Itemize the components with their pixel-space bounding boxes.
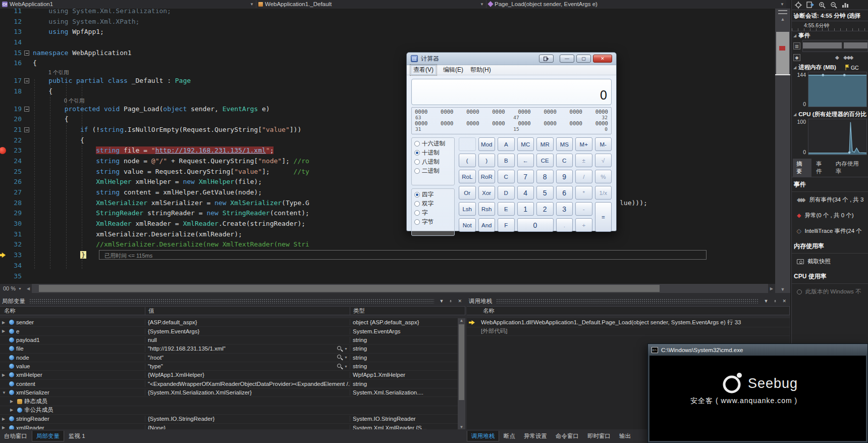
scrollbar-thumb[interactable] [459,324,464,400]
expand-icon[interactable]: ▶ [2,373,7,377]
code-line[interactable]: 20 { [0,114,775,125]
calc-button-±[interactable]: ± [575,154,592,167]
radio-option[interactable]: 二进制 [414,167,452,175]
expand-icon[interactable]: ▶ [2,417,7,421]
calc-button-E[interactable]: E [498,202,515,216]
code-editor[interactable]: 11 using System.Xml.Serialization;12 usi… [0,9,775,293]
locals-row[interactable]: ▶e{System.EventArgs}System.EventArgs [0,327,465,335]
close-icon[interactable]: ✕ [781,299,788,304]
tab-监视 1[interactable]: 监视 1 [65,431,89,441]
menu-item[interactable]: 帮助(H) [470,66,491,74]
close-button[interactable]: ✕ [593,55,612,63]
chart-icon[interactable] [842,2,849,8]
calc-button-Mod[interactable]: Mod [478,137,496,151]
calc-button-M-[interactable]: M- [595,137,612,151]
radio-option[interactable]: 八进制 [414,158,452,166]
chevron-down-icon[interactable]: ▼ [763,299,770,304]
tab-调用堆栈[interactable]: 调用堆栈 [467,431,499,441]
locals-row[interactable]: ▶非公共成员 [0,406,465,415]
event-diamond-icon[interactable]: ◆ [835,55,839,60]
calc-button-%[interactable]: % [595,170,612,183]
fold-collapse-icon[interactable] [24,107,29,112]
pin-icon[interactable] [773,299,778,304]
calc-button-7[interactable]: 7 [517,170,534,183]
diag-tab-事件[interactable]: 事件 [812,159,831,177]
tab-输出[interactable]: 输出 [615,431,635,441]
calc-button--[interactable]: - [575,202,592,216]
gear-icon[interactable] [795,2,802,9]
locals-row[interactable]: ▶xmlReader{None}System.Xml.XmlReader {S.… [0,424,465,430]
locals-title-bar[interactable]: 局部变量 ▼ ✕ [0,296,465,306]
scroll-down-icon[interactable]: ▼ [458,425,465,429]
calc-button-2[interactable]: 2 [536,202,554,216]
pin-icon[interactable] [448,299,453,304]
tab-局部变量[interactable]: 局部变量 [32,431,64,441]
menu-item[interactable]: 编辑(E) [443,66,463,74]
locals-row[interactable]: ▶静态成员 [0,397,465,406]
calc-button-B[interactable]: B [498,154,515,167]
calc-button-And[interactable]: And [478,218,496,232]
nav-project-dropdown[interactable]: C# WebApplication1 ▼ [0,0,256,8]
code-line[interactable]: 33已用时间 <= 115ms } [0,250,775,261]
calc-button-Xor[interactable]: Xor [478,186,496,200]
tab-即时窗口[interactable]: 即时窗口 [583,431,615,441]
fold-collapse-icon[interactable] [24,78,29,83]
event-diamond-icon[interactable]: ◆ [850,55,854,60]
scroll-down-icon[interactable]: ▼ [775,287,790,292]
summary-item-all-events[interactable]: ◆◆◆所有事件(34 个 , 共 3 [792,192,868,208]
calc-button-MC[interactable]: MC [517,137,534,151]
calc-button-CE[interactable]: CE [536,154,554,167]
radio-option[interactable]: 字 [414,209,452,217]
locals-row[interactable]: file"http://192.168.231.135/1.xml"▼strin… [0,344,465,353]
radio-option[interactable]: 双字 [414,200,452,208]
export-icon[interactable] [806,2,814,8]
code-line[interactable]: 19 protected void Page_Load(object sende… [0,104,775,115]
calculator-window[interactable]: 计算器 — ▢ ✕ 查看(V)编辑(E)帮助(H) 0 000000000000… [406,52,617,231]
calc-button-Rsh[interactable]: Rsh [478,202,496,216]
code-line[interactable]: 30 XmlReader xmlReader = XmlReader.Creat… [0,219,775,229]
tab-异常设置[interactable]: 异常设置 [520,431,551,441]
code-line[interactable]: 17 public partial class _Default : Page [0,76,775,86]
splitter-grip[interactable] [778,10,787,14]
calc-button-4[interactable]: 4 [517,186,534,200]
locals-row[interactable]: node"/root"▼string [0,354,465,362]
calc-button-C[interactable]: C [498,170,515,183]
scroll-up-icon[interactable]: ▲ [775,17,790,22]
tab-断点[interactable]: 断点 [500,431,519,441]
expand-icon[interactable]: ▶ [10,408,15,412]
calc-button-6[interactable]: 6 [556,186,573,200]
tab-自动窗口[interactable]: 自动窗口 [0,431,31,441]
code-line[interactable]: 18 { [0,86,775,97]
calc-button-.[interactable]: . [556,218,573,232]
locals-row[interactable]: value"type"▼string [0,362,465,371]
code-line[interactable]: 22 { [0,135,775,146]
calc-button-1/x[interactable]: 1/x [595,186,612,200]
maximize-button[interactable]: ▢ [576,55,591,63]
nav-class-dropdown[interactable]: WebApplication1._Default ▼ [256,0,486,8]
magnifier-icon[interactable] [337,363,343,370]
diag-tab-内存使用率[interactable]: 内存使用率 [832,159,868,177]
calc-button-A[interactable]: A [498,137,515,151]
menu-item[interactable]: 查看(V) [411,65,436,75]
chevron-down-icon[interactable]: ▼ [344,347,348,351]
calc-button-Or[interactable]: Or [459,186,476,200]
minimize-button[interactable]: — [560,55,574,63]
locals-scrollbar[interactable]: ▲ ▼ [458,318,465,429]
horizontal-scrollbar-thumb[interactable] [39,285,660,292]
calc-button-MS[interactable]: MS [556,137,573,151]
code-line[interactable]: 26 XmlHelper xmlHelper = new XmlHelper(f… [0,177,775,187]
diag-tab-摘要[interactable]: 摘要 [793,159,811,177]
fold-collapse-icon[interactable] [24,127,29,132]
code-line[interactable]: 16{ [0,58,775,69]
code-line[interactable]: 15namespace WebApplication1 [0,48,775,59]
calc-button-blank[interactable] [459,137,476,151]
summary-item-intellitrace[interactable]: ◆IntelliTrace 事件(24 个 [792,223,868,239]
radio-option[interactable]: 十进制 [414,149,452,157]
calc-button-1[interactable]: 1 [517,202,534,216]
calc-button-Lsh[interactable]: Lsh [459,202,476,216]
code-line[interactable]: 11 using System.Xml.Serialization; [0,9,775,17]
calc-button-8[interactable]: 8 [536,170,554,183]
breakpoint-marker[interactable] [779,46,785,51]
cpu-section-header[interactable]: ◢ CPU (所有处理器的百分比 [792,110,868,119]
zoom-in-icon[interactable] [819,2,826,9]
